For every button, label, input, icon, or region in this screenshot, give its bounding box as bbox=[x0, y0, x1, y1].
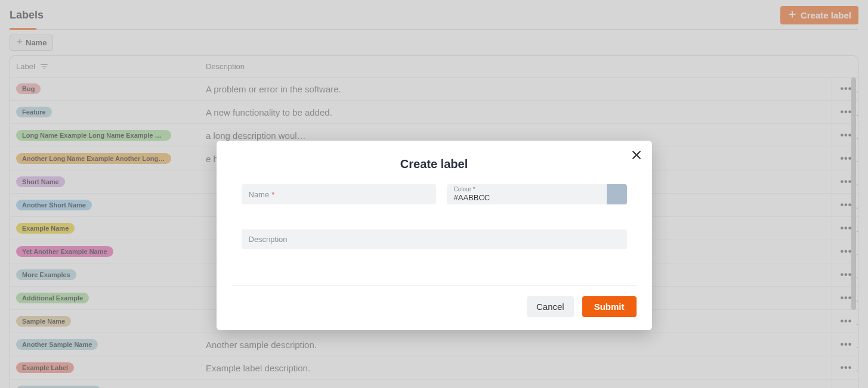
colour-swatch[interactable] bbox=[607, 184, 627, 204]
more-icon: ••• bbox=[841, 153, 852, 163]
description-field-label: Description bbox=[249, 235, 288, 244]
tab-indicator bbox=[10, 28, 36, 30]
description-field[interactable]: Description bbox=[242, 229, 627, 249]
label-pill: Example Name bbox=[16, 223, 75, 234]
table-row: FeatureA new functionality to be added.•… bbox=[10, 101, 858, 124]
more-icon: ••• bbox=[841, 130, 852, 140]
table-row: Another Sample NameAnother sample descri… bbox=[10, 333, 858, 356]
modal-title: Create label bbox=[232, 157, 637, 171]
name-field[interactable]: Name * bbox=[242, 184, 436, 204]
table-row: Example LabelExample label description.•… bbox=[10, 356, 858, 380]
label-pill: Example Label bbox=[16, 362, 74, 373]
cancel-button[interactable]: Cancel bbox=[527, 296, 574, 317]
submit-button[interactable]: Submit bbox=[582, 296, 637, 317]
column-header-label[interactable]: Label bbox=[16, 62, 35, 71]
divider bbox=[232, 285, 637, 285]
label-pill: Another Short Name bbox=[16, 200, 92, 210]
label-pill: Another Long Name Example Another Long N… bbox=[16, 153, 171, 164]
name-field-label: Name bbox=[249, 190, 270, 199]
table-row: Another Example LabelAnother example lab… bbox=[10, 380, 858, 389]
plus-icon bbox=[787, 10, 797, 21]
row-actions-button[interactable]: ••• bbox=[837, 338, 856, 351]
filter-icon[interactable] bbox=[40, 63, 48, 71]
more-icon: ••• bbox=[841, 223, 852, 233]
row-actions-button[interactable]: ••• bbox=[837, 384, 856, 388]
label-pill: Yet Another Example Name bbox=[16, 246, 113, 257]
row-description: Another sample description. bbox=[201, 333, 832, 356]
scrollbar[interactable] bbox=[851, 77, 856, 310]
page-title: Labels bbox=[10, 9, 44, 21]
colour-field-value: #AABBCC bbox=[454, 193, 600, 203]
more-icon: ••• bbox=[841, 386, 852, 388]
create-label-button-text: Create label bbox=[801, 10, 851, 20]
label-pill: Bug bbox=[16, 83, 41, 94]
row-description: Another example label description. bbox=[201, 380, 832, 389]
close-button[interactable] bbox=[631, 149, 642, 163]
more-icon: ••• bbox=[841, 200, 852, 210]
name-filter-chip[interactable]: Name bbox=[10, 35, 53, 51]
more-icon: ••• bbox=[841, 107, 852, 117]
close-icon bbox=[631, 154, 642, 163]
tabstrip bbox=[10, 28, 858, 30]
more-icon: ••• bbox=[841, 269, 852, 280]
required-mark: * bbox=[473, 186, 475, 193]
create-label-modal: Create label Name * Colour * #AABBCC Des… bbox=[217, 141, 652, 330]
label-pill: Another Example Label bbox=[16, 386, 101, 388]
column-header-description[interactable]: Description bbox=[201, 56, 832, 77]
table-row: BugA problem or error in the software.••… bbox=[10, 77, 858, 101]
label-pill: Short Name bbox=[16, 176, 65, 187]
colour-field[interactable]: Colour * #AABBCC bbox=[447, 184, 627, 204]
row-description: A new functionality to be added. bbox=[201, 101, 832, 124]
row-description: Example label description. bbox=[201, 356, 832, 380]
more-icon: ••• bbox=[841, 362, 852, 373]
more-icon: ••• bbox=[841, 176, 852, 187]
label-pill: Additional Example bbox=[16, 293, 89, 303]
create-label-button[interactable]: Create label bbox=[780, 6, 858, 24]
label-pill: Sample Name bbox=[16, 316, 71, 327]
row-description: A problem or error in the software. bbox=[201, 77, 832, 101]
more-icon: ••• bbox=[841, 316, 852, 326]
more-icon: ••• bbox=[841, 293, 852, 303]
row-actions-button[interactable]: ••• bbox=[837, 315, 856, 328]
row-actions-button[interactable]: ••• bbox=[837, 361, 856, 374]
label-pill: Feature bbox=[16, 107, 52, 117]
colour-field-label: Colour bbox=[454, 186, 471, 193]
name-chip-label: Name bbox=[26, 38, 47, 47]
label-pill: Long Name Example Long Name Example Long… bbox=[16, 130, 171, 141]
more-icon: ••• bbox=[841, 83, 852, 94]
plus-icon bbox=[16, 38, 23, 47]
label-pill: More Examples bbox=[16, 269, 76, 280]
label-pill: Another Sample Name bbox=[16, 339, 98, 350]
more-icon: ••• bbox=[841, 339, 852, 349]
more-icon: ••• bbox=[841, 246, 852, 256]
required-mark: * bbox=[271, 190, 274, 199]
